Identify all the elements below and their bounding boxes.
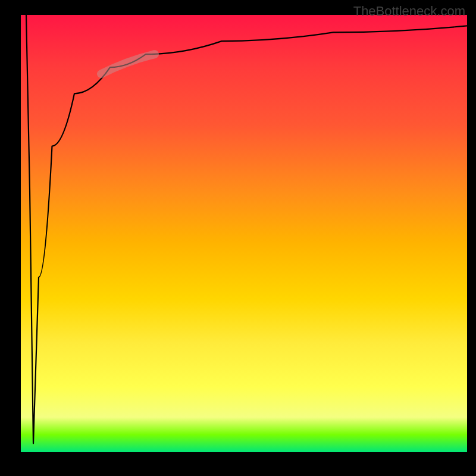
curve-svg	[21, 15, 467, 452]
watermark-text: TheBottleneck.com	[353, 4, 465, 19]
highlight-band	[101, 54, 155, 74]
chart-container: TheBottleneck.com	[0, 0, 476, 476]
curve-main	[26, 15, 467, 443]
